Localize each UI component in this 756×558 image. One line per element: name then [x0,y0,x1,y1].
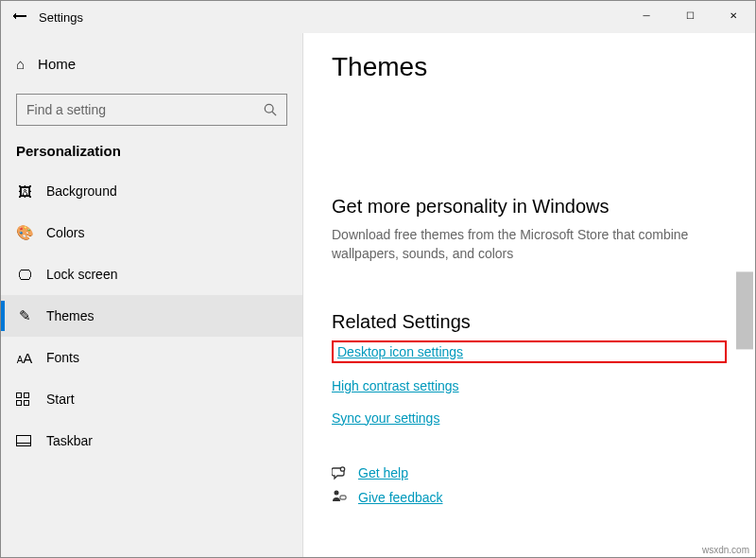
background-icon: 🖼 [16,183,33,200]
start-icon [16,392,33,406]
svg-rect-5 [25,401,29,406]
svg-point-8 [340,466,344,470]
nav-label: Background [46,183,117,199]
get-help-row[interactable]: Get help [332,465,727,480]
feedback-icon [332,490,349,505]
back-button[interactable]: 🠔 [7,9,33,26]
lockscreen-icon: 🖵 [16,267,33,283]
category-label: Personalization [1,141,302,170]
nav-background[interactable]: 🖼 Background [1,170,302,212]
fonts-icon: AA [16,350,33,366]
scrollbar-thumb[interactable] [736,271,753,349]
sidebar-home[interactable]: ⌂ Home [1,44,302,82]
search-placeholder: Find a setting [26,102,106,117]
nav-fonts[interactable]: AA Fonts [1,337,302,378]
nav-label: Start [46,392,75,407]
more-heading: Get more personality in Windows [332,196,727,218]
window-title: Settings [39,10,83,25]
home-label: Home [38,56,76,72]
content: Themes Get more personality in Windows D… [303,33,755,557]
give-feedback-row[interactable]: Give feedback [332,490,727,505]
nav-label: Colors [46,225,84,240]
svg-rect-2 [17,393,22,398]
more-text: Download free themes from the Microsoft … [332,225,710,264]
link-get-help[interactable]: Get help [358,465,408,480]
svg-rect-4 [17,401,22,406]
svg-line-1 [272,112,276,115]
svg-rect-10 [340,496,346,499]
nav-label: Lock screen [46,267,117,282]
nav-themes[interactable]: ✎ Themes [1,295,302,337]
home-icon: ⌂ [16,56,25,72]
themes-icon: ✎ [16,307,33,324]
nav-colors[interactable]: 🎨 Colors [1,212,302,253]
close-button[interactable]: ✕ [712,1,755,29]
nav-label: Themes [46,308,94,323]
maximize-button[interactable]: ☐ [668,1,712,29]
sidebar: ⌂ Home Find a setting Personalization 🖼 … [1,33,303,557]
highlight-box: Desktop icon settings [332,340,727,363]
minimize-button[interactable]: ─ [625,1,668,29]
svg-point-0 [265,104,273,113]
nav-lockscreen[interactable]: 🖵 Lock screen [1,253,302,295]
colors-icon: 🎨 [16,224,33,241]
search-icon [264,103,277,116]
related-heading: Related Settings [332,311,727,333]
link-give-feedback[interactable]: Give feedback [358,490,443,505]
nav-taskbar[interactable]: Taskbar [1,420,302,462]
nav-label: Taskbar [46,433,93,448]
search-input[interactable]: Find a setting [16,94,287,126]
nav-label: Fonts [46,350,79,365]
nav-start[interactable]: Start [1,378,302,420]
link-high-contrast[interactable]: High contrast settings [332,378,459,393]
link-sync-settings[interactable]: Sync your settings [332,410,439,426]
svg-rect-3 [25,393,29,398]
taskbar-icon [16,435,33,446]
watermark: wsxdn.com [702,545,749,555]
help-icon [332,465,349,480]
link-desktop-icon-settings[interactable]: Desktop icon settings [337,344,463,359]
page-title: Themes [332,52,727,82]
svg-point-9 [335,490,339,495]
svg-rect-6 [17,436,31,446]
